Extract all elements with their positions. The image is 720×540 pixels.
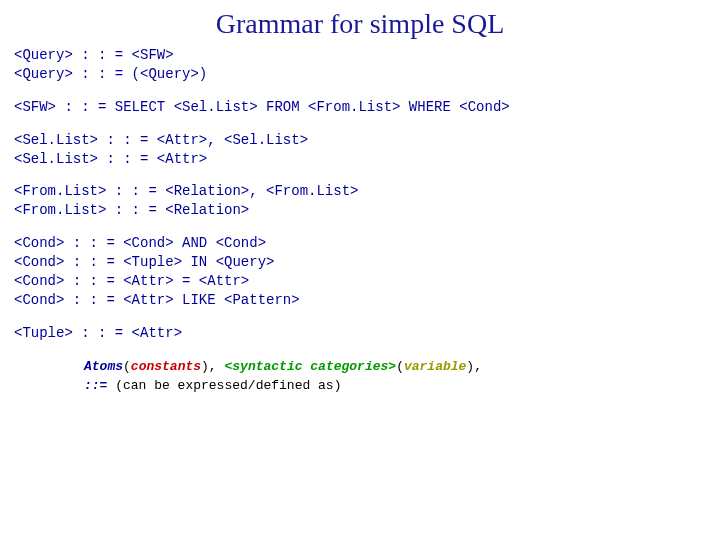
legend-atoms: Atoms — [84, 359, 123, 374]
legend-syncat: syntactic categories — [232, 359, 388, 374]
grammar-block-cond: <Cond> : : = <Cond> AND <Cond> <Cond> : … — [14, 234, 706, 310]
grammar-block-sellist: <Sel.List> : : = <Attr>, <Sel.List> <Sel… — [14, 131, 706, 169]
rule-line: <Cond> : : = <Tuple> IN <Query> — [14, 254, 274, 270]
rule-line: <Cond> : : = <Attr> LIKE <Pattern> — [14, 292, 300, 308]
legend-tail: (can be expressed/defined as) — [107, 378, 341, 393]
legend-sep: , — [209, 359, 225, 374]
rule-line: <Sel.List> : : = <Attr> — [14, 151, 207, 167]
legend-paren: ) — [201, 359, 209, 374]
legend-constants: constants — [131, 359, 201, 374]
page-title: Grammar for simple SQL — [14, 0, 706, 46]
legend-paren: ( — [123, 359, 131, 374]
legend-variable: variable — [404, 359, 466, 374]
legend-comma: , — [474, 359, 482, 374]
legend-gt: > — [388, 359, 396, 374]
grammar-block-tuple: <Tuple> : : = <Attr> — [14, 324, 706, 343]
rule-line: <Tuple> : : = <Attr> — [14, 325, 182, 341]
rule-line: <Query> : : = (<Query>) — [14, 66, 207, 82]
legend-paren: ( — [396, 359, 404, 374]
rule-line: <Cond> : : = <Cond> AND <Cond> — [14, 235, 266, 251]
rule-line: <From.List> : : = <Relation> — [14, 202, 249, 218]
rule-line: <Query> : : = <SFW> — [14, 47, 174, 63]
legend-defop: ::= — [84, 378, 107, 393]
rule-line: <From.List> : : = <Relation>, <From.List… — [14, 183, 358, 199]
rule-line: <SFW> : : = SELECT <Sel.List> FROM <From… — [14, 99, 510, 115]
grammar-block-sfw: <SFW> : : = SELECT <Sel.List> FROM <From… — [14, 98, 706, 117]
legend: Atoms(constants), <syntactic categories>… — [84, 357, 706, 396]
rule-line: <Cond> : : = <Attr> = <Attr> — [14, 273, 249, 289]
grammar-block-query: <Query> : : = <SFW> <Query> : : = (<Quer… — [14, 46, 706, 84]
grammar-block-fromlist: <From.List> : : = <Relation>, <From.List… — [14, 182, 706, 220]
legend-paren: ) — [466, 359, 474, 374]
rule-line: <Sel.List> : : = <Attr>, <Sel.List> — [14, 132, 308, 148]
